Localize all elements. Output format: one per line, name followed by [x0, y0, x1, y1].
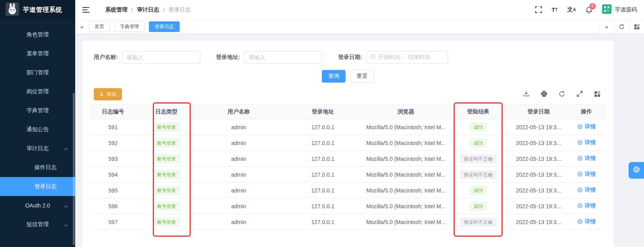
log-type-tag: 账号登录: [153, 170, 180, 179]
result-cell: 成功: [446, 135, 510, 151]
sidebar-item-notice[interactable]: 通知公告: [0, 120, 75, 139]
layout-grid-icon[interactable]: [629, 20, 644, 34]
result-cell: 验证码不正确: [446, 214, 510, 230]
username: 芋道源码: [615, 6, 637, 13]
sidebar-item-role-management[interactable]: 角色管理: [0, 25, 75, 44]
sidebar-item-label: 通知公告: [27, 126, 49, 133]
tab-list: 首页字典管理登录日志: [89, 21, 180, 32]
clock-icon: [370, 54, 376, 61]
form-actions: 查询 重置: [82, 70, 614, 83]
breadcrumb-item[interactable]: 审计日志: [137, 6, 159, 13]
table-body: 591账号登录admin127.0.0.1Mozilla/5.0 (Macint…: [90, 119, 606, 230]
table-row: 594账号登录admin127.0.0.1Mozilla/5.0 (Macint…: [90, 167, 606, 183]
sidebar-item-label: 操作日志: [34, 164, 57, 171]
tabs-scroll-right-icon[interactable]: »: [599, 20, 614, 34]
action-cell: 详情: [567, 135, 606, 151]
log-type-cell: 账号登录: [136, 119, 197, 135]
detail-link[interactable]: 详情: [577, 139, 596, 146]
refresh-table-icon[interactable]: [559, 91, 565, 97]
sidebar-item-login-log[interactable]: 登录日志: [0, 177, 75, 196]
search-form: 用户名称: 登录地址: 登录日期: 开始时间 - 结束时间: [94, 51, 448, 64]
date-end-placeholder: 结束时间: [408, 54, 430, 61]
printer-icon[interactable]: [541, 91, 547, 97]
address-cell: 127.0.0.1: [280, 198, 365, 214]
date-cell: 2022-05-13 19:3...: [510, 119, 567, 135]
language-icon[interactable]: 文A: [567, 6, 576, 13]
result-cell: 成功: [446, 198, 510, 214]
log-id-cell: 591: [90, 119, 136, 135]
refresh-page-icon[interactable]: [614, 20, 629, 34]
username-cell: admin: [197, 151, 280, 167]
login-address-input[interactable]: [244, 51, 322, 64]
browser-cell: Mozilla/5.0 (Macintosh; Intel M...: [365, 198, 446, 214]
detail-link[interactable]: 详情: [577, 155, 596, 162]
download-icon[interactable]: [523, 91, 530, 97]
sidebar-scrollbar[interactable]: [73, 93, 75, 245]
detail-link[interactable]: 详情: [577, 202, 596, 209]
breadcrumb-item[interactable]: 系统管理: [105, 6, 127, 13]
detail-link[interactable]: 详情: [577, 218, 596, 225]
tab-dict-management[interactable]: 字典管理: [114, 21, 145, 32]
breadcrumb-separator: /: [131, 7, 133, 13]
date-range-picker[interactable]: 开始时间 - 结束时间: [366, 51, 448, 64]
settings-button[interactable]: [629, 162, 644, 179]
username-cell: admin: [197, 183, 280, 198]
user-menu[interactable]: 芋道源码: [602, 4, 637, 15]
column-settings-icon[interactable]: [594, 91, 600, 97]
font-size-icon[interactable]: TT: [551, 6, 557, 13]
download-icon: [99, 91, 104, 98]
sidebar-item-dept-management[interactable]: 部门管理: [0, 63, 75, 82]
detail-label: 详情: [585, 123, 596, 130]
detail-link[interactable]: 详情: [577, 187, 596, 194]
address-cell: 127.0.0.1: [280, 119, 365, 135]
view-icon: [577, 140, 583, 145]
login-result-tag: 验证码不正确: [460, 155, 496, 163]
username-input[interactable]: [122, 51, 200, 64]
detail-label: 详情: [585, 139, 596, 146]
sidebar-item-audit-log[interactable]: 审计日志: [0, 139, 75, 158]
fullscreen-icon[interactable]: [535, 6, 542, 13]
sidebar-item-label: 角色管理: [27, 31, 49, 38]
browser-cell: Mozilla/5.0 (Macintosh; Intel M...: [365, 151, 446, 167]
login-address-filter: 登录地址:: [216, 51, 323, 64]
tab-login-log[interactable]: 登录日志: [149, 21, 180, 32]
sidebar-item-oauth2[interactable]: OAuth 2.0: [0, 196, 75, 215]
column-header: 日志类型: [136, 105, 197, 119]
sidebar-item-operate-log[interactable]: 操作日志: [0, 158, 75, 177]
sidebar-item-menu-management[interactable]: 菜单管理: [0, 44, 75, 63]
tabs-scroll-left-icon[interactable]: «: [75, 23, 89, 30]
action-cell: 详情: [567, 119, 606, 135]
username-cell: admin: [197, 135, 280, 151]
log-id-cell: 597: [90, 214, 136, 230]
menu-collapse-icon[interactable]: [82, 7, 89, 13]
sidebar-item-label: OAuth 2.0: [25, 202, 50, 209]
detail-link[interactable]: 详情: [577, 123, 596, 130]
export-button[interactable]: 导出: [94, 88, 122, 100]
date-cell: 2022-05-13 19:3...: [510, 151, 567, 167]
detail-link[interactable]: 详情: [577, 171, 596, 178]
sidebar-item-post-management[interactable]: 岗位管理: [0, 82, 75, 101]
log-type-tag: 账号登录: [153, 218, 180, 226]
column-header: 登陆结果: [446, 105, 510, 119]
logo-bar[interactable]: 芋道管理系统: [0, 0, 75, 20]
search-button[interactable]: 查询: [322, 70, 346, 83]
view-icon: [577, 187, 583, 193]
column-header: 登录日期: [510, 105, 567, 119]
table-row: 597账号登录admin127.0.0.1Mozilla/5.0 (Macint…: [90, 214, 606, 230]
notification-bell-icon[interactable]: 5: [585, 6, 593, 13]
gear-icon: [633, 166, 640, 175]
result-cell: 成功: [446, 183, 510, 198]
date-cell: 2022-05-13 19:3...: [510, 198, 567, 214]
address-cell: 127.0.0.1: [280, 183, 365, 198]
username-cell: admin: [197, 198, 280, 214]
tab-home[interactable]: 首页: [89, 21, 110, 32]
sidebar-item-dict-management[interactable]: 字典管理: [0, 101, 75, 120]
action-cell: 详情: [567, 183, 606, 198]
reset-button[interactable]: 重置: [350, 70, 374, 83]
fullscreen-table-icon[interactable]: [576, 91, 583, 97]
column-header: 用户名称: [197, 105, 280, 119]
browser-cell: Mozilla/5.0 (Macintosh; Intel M...: [365, 167, 446, 183]
sidebar-item-sms-management[interactable]: 短信管理: [0, 215, 75, 234]
log-type-cell: 账号登录: [136, 151, 197, 167]
sidebar-item-label: 岗位管理: [27, 88, 49, 95]
